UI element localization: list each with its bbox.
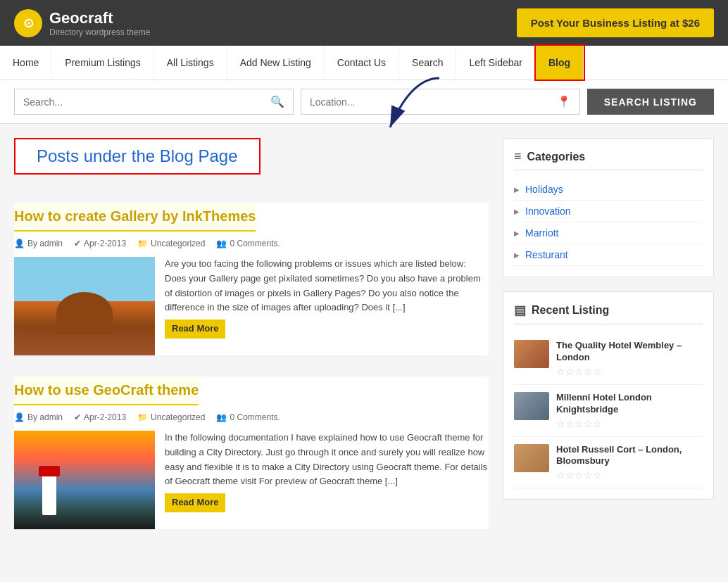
nav-left-sidebar[interactable]: Left Sidebar [456, 46, 536, 80]
recent-listing-3-stars: ☆☆☆☆☆ [556, 469, 703, 481]
post-2-meta: 👤 By admin ✔ Apr-2-2013 📁 Uncategorized … [14, 412, 489, 422]
post-1: How to create Gallery by InkThemes 👤 By … [14, 203, 489, 355]
categories-title: Categories [514, 149, 703, 170]
post-1-image [14, 257, 155, 355]
sidebar: Categories Holidays Innovation Marriott … [503, 138, 714, 550]
recent-listing-2-stars: ☆☆☆☆☆ [556, 418, 703, 429]
main-layout: Posts under the Blog Page How to create … [0, 124, 728, 564]
post-1-date: ✔ Apr-2-2013 [74, 239, 126, 248]
category-icon: 📁 [137, 239, 148, 248]
post-1-read-more[interactable]: Read More [165, 320, 225, 339]
main-nav: Home Premium Listings All Listings Add N… [0, 46, 728, 80]
post-1-meta: 👤 By admin ✔ Apr-2-2013 📁 Uncategorized … [14, 239, 489, 248]
site-tagline: Directory wordpress theme [49, 27, 150, 37]
recent-listing-3-title[interactable]: Hotel Russell Cort – London, Bloomsbury [556, 444, 703, 468]
nav-contact-us[interactable]: Contact Us [325, 46, 399, 80]
nav-search[interactable]: Search [399, 46, 456, 80]
nav-add-new-listing[interactable]: Add New Listing [227, 46, 325, 80]
recent-listing-2-info: Millenni Hotel London Knightsbridge ☆☆☆☆… [556, 392, 703, 429]
cta-button[interactable]: Post Your Business Listing at $26 [517, 8, 714, 37]
lighthouse-landscape-image [14, 431, 155, 529]
post-2-body: In the following documentation I have ex… [14, 431, 489, 529]
recent-listing-3: Hotel Russell Cort – London, Bloomsbury … [514, 437, 703, 489]
nav-premium-listings[interactable]: Premium Listings [52, 46, 153, 80]
content-area: Posts under the Blog Page How to create … [14, 138, 489, 550]
post-1-text: Are you too facing the following problem… [165, 257, 489, 355]
recent-listing-2-thumb [514, 392, 549, 420]
post-2-read-more[interactable]: Read More [165, 493, 225, 512]
blog-title-area: Posts under the Blog Page [14, 138, 489, 189]
post-1-category: 📁 Uncategorized [137, 239, 205, 248]
blog-title-banner: Posts under the Blog Page [14, 138, 261, 175]
recent-listing-1-stars: ☆☆☆☆☆ [556, 366, 703, 377]
recent-listing-1: The Quality Hotel Wembley – London ☆☆☆☆☆ [514, 333, 703, 385]
recent-listing-1-info: The Quality Hotel Wembley – London ☆☆☆☆☆ [556, 340, 703, 377]
category-item-3[interactable]: Marriott [514, 222, 703, 244]
logo-area: ⊙ Geocraft Directory wordpress theme [14, 9, 150, 37]
search-listing-button[interactable]: SEARCH LISTING [587, 89, 714, 115]
recent-listing-3-thumb [514, 444, 549, 472]
comments-icon: 👥 [216, 239, 227, 248]
author-icon: 👤 [14, 239, 25, 248]
recent-listing-1-title[interactable]: The Quality Hotel Wembley – London [556, 340, 703, 364]
date-icon: ✔ [74, 239, 81, 248]
post-2-text: In the following documentation I have ex… [165, 431, 489, 529]
nav-home[interactable]: Home [0, 46, 52, 80]
search-input-wrap: 🔍 [14, 89, 294, 115]
nav-blog[interactable]: Blog [536, 46, 584, 80]
recent-listing-3-info: Hotel Russell Cort – London, Bloomsbury … [556, 444, 703, 481]
post-2-title[interactable]: How to use GeoCraft theme [14, 377, 199, 405]
post-1-title[interactable]: How to create Gallery by InkThemes [14, 203, 256, 232]
post-2-category: 📁 Uncategorized [137, 412, 205, 422]
logo-text: Geocraft Directory wordpress theme [49, 9, 150, 37]
post-1-comments: 👥 0 Comments. [216, 239, 280, 248]
date-icon-2: ✔ [74, 412, 81, 422]
post-1-body: Are you too facing the following problem… [14, 257, 489, 355]
location-input-wrap: 📍 [301, 89, 580, 115]
post-1-author: 👤 By admin [14, 239, 63, 248]
recent-listing-2-title[interactable]: Millenni Hotel London Knightsbridge [556, 392, 703, 416]
category-item-1[interactable]: Holidays [514, 179, 703, 201]
post-2: How to use GeoCraft theme 👤 By admin ✔ A… [14, 377, 489, 529]
comments-icon-2: 👥 [216, 412, 227, 422]
search-icon: 🔍 [270, 95, 284, 108]
category-item-2[interactable]: Innovation [514, 201, 703, 222]
post-2-image [14, 431, 155, 529]
recent-listing-section: Recent Listing The Quality Hotel Wembley… [503, 291, 714, 500]
post-2-comments: 👥 0 Comments. [216, 412, 280, 422]
desert-landscape-image [14, 257, 155, 355]
post-2-date: ✔ Apr-2-2013 [74, 412, 126, 422]
recent-listing-1-thumb [514, 340, 549, 368]
author-icon-2: 👤 [14, 412, 25, 422]
location-icon: 📍 [557, 95, 571, 108]
location-input[interactable] [310, 96, 557, 108]
category-item-4[interactable]: Resturant [514, 244, 703, 266]
post-2-author: 👤 By admin [14, 412, 63, 422]
search-input[interactable] [23, 96, 270, 108]
search-bar: 🔍 📍 SEARCH LISTING [0, 80, 728, 124]
recent-listing-title: Recent Listing [514, 303, 703, 324]
category-icon-2: 📁 [137, 412, 148, 422]
site-name: Geocraft [49, 9, 150, 27]
site-header: ⊙ Geocraft Directory wordpress theme Pos… [0, 0, 728, 46]
blog-page-title: Posts under the Blog Page [37, 146, 238, 166]
categories-section: Categories Holidays Innovation Marriott … [503, 138, 714, 277]
recent-listing-2: Millenni Hotel London Knightsbridge ☆☆☆☆… [514, 385, 703, 437]
logo-icon: ⊙ [14, 9, 42, 37]
nav-all-listings[interactable]: All Listings [154, 46, 227, 80]
